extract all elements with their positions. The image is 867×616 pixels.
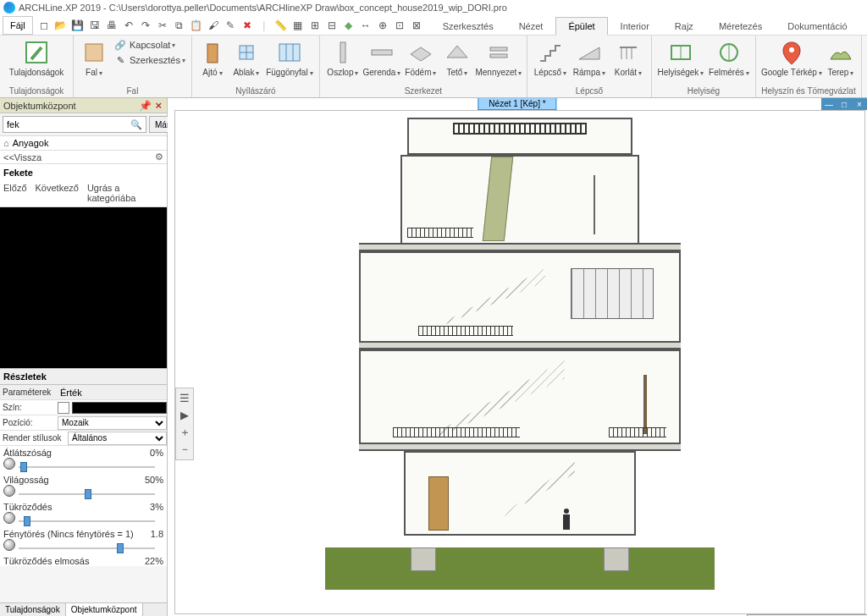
material-preview: [0, 207, 167, 368]
qa-tool3-icon[interactable]: ◆: [341, 18, 356, 33]
qa-open-icon[interactable]: 📂: [53, 18, 69, 33]
close-icon[interactable]: ×: [153, 99, 163, 112]
qa-redo-icon[interactable]: ↷: [138, 18, 153, 33]
ribbon-survey[interactable]: Felmérés: [706, 37, 752, 80]
breadcrumb[interactable]: ⌂ Anyagok: [0, 135, 167, 151]
canvas-max-icon[interactable]: □: [837, 98, 852, 110]
tab-szerkesztes[interactable]: Szerkesztés: [430, 17, 506, 36]
nav-next[interactable]: Következő: [36, 183, 79, 203]
tab-nezet[interactable]: Nézet: [506, 17, 556, 36]
svg-point-21: [789, 47, 794, 52]
ribbon-edit[interactable]: ✎Szerkesztés: [113, 52, 185, 68]
window-title: ARCHLine.XP 2019 - C:\Users\dorottya.pel…: [19, 3, 507, 13]
svg-rect-6: [279, 44, 300, 61]
ribbon-ceiling[interactable]: Mennyezet: [474, 37, 523, 80]
canvas-min-icon[interactable]: —: [821, 98, 837, 110]
vt-zoomout-icon[interactable]: －: [176, 441, 193, 458]
qa-print-icon[interactable]: 🖶: [104, 18, 119, 33]
ribbon-roof[interactable]: Tető: [440, 37, 474, 80]
ribbon-column[interactable]: Oszlop: [323, 37, 362, 80]
app-logo: [3, 2, 15, 14]
reflection-slider[interactable]: [3, 514, 163, 525]
ribbon-terrain[interactable]: Terep: [824, 37, 858, 80]
vt-list-icon[interactable]: ☰: [176, 390, 193, 407]
tab-epulet[interactable]: Épület: [555, 17, 607, 36]
qa-brush-icon[interactable]: 🖌: [206, 18, 221, 33]
qa-save2-icon[interactable]: 🖫: [87, 18, 102, 33]
refraction-slider[interactable]: [3, 541, 163, 553]
sphere-icon: [3, 458, 15, 470]
vt-zoomin-icon[interactable]: ＋: [176, 424, 193, 441]
qa-cut-icon[interactable]: ✂: [155, 18, 170, 33]
ribbon-slab[interactable]: Födém: [401, 37, 440, 80]
tab-dokumentacio[interactable]: Dokumentáció: [775, 17, 859, 36]
bottom-tab-props[interactable]: Tulajdonságok: [0, 603, 66, 616]
panel-title: Objektumközpont: [3, 101, 137, 111]
svg-rect-10: [372, 50, 392, 55]
qa-tool6-icon[interactable]: ⊡: [392, 18, 407, 33]
qa-pencil-icon[interactable]: ✎: [223, 18, 238, 33]
svg-rect-11: [490, 47, 507, 51]
nav-prev[interactable]: Előző: [3, 183, 27, 203]
ribbon-properties[interactable]: Tulajdonságok: [3, 37, 69, 79]
ribbon: Tulajdonságok Tulajdonságok Fal 🔗Kapcsol…: [0, 36, 867, 98]
tab-rajz[interactable]: Rajz: [662, 17, 706, 36]
ribbon-googlemap[interactable]: Google Térkép: [759, 37, 824, 80]
material-name: Fekete: [0, 164, 167, 181]
search-icon[interactable]: 🔍: [127, 119, 146, 130]
sphere-icon: [3, 512, 15, 524]
brightness-slider[interactable]: [3, 487, 163, 498]
file-menu[interactable]: Fájl: [3, 16, 33, 35]
transparency-slider[interactable]: [3, 459, 163, 471]
sphere-icon: [3, 485, 15, 497]
color-swatch[interactable]: [58, 402, 167, 414]
svg-rect-9: [340, 42, 345, 63]
nav-jump[interactable]: Ugrás a kategóriába: [87, 183, 163, 203]
qa-sep: |: [257, 18, 272, 33]
ribbon-stair[interactable]: Lépcső: [531, 37, 570, 80]
object-center-panel: Objektumközpont 📌 × 🔍 Márkák ⌂ Anyagok <…: [0, 98, 168, 616]
qa-tool4-icon[interactable]: ↔: [358, 18, 373, 33]
qa-delete-icon[interactable]: ✖: [240, 18, 255, 33]
qa-tool7-icon[interactable]: ⊠: [409, 18, 424, 33]
qa-tool2-icon[interactable]: ⊟: [324, 18, 340, 33]
tab-meretezes[interactable]: Méretezés: [706, 17, 775, 36]
home-icon[interactable]: ⌂: [3, 138, 9, 148]
qa-copy-icon[interactable]: ⧉: [172, 18, 187, 33]
qa-undo-icon[interactable]: ↶: [121, 18, 136, 33]
bottom-tab-objcenter[interactable]: Objektumközpont: [66, 603, 143, 616]
qa-measure-icon[interactable]: 📏: [273, 18, 289, 33]
back-link[interactable]: <<Vissza: [3, 152, 41, 162]
details-header: Részletek: [0, 368, 167, 385]
drawing-canvas[interactable]: ☰ ▶ ＋ －: [174, 110, 865, 614]
search-input[interactable]: [3, 119, 127, 129]
building-section: [359, 118, 681, 583]
view-toolbar: ☰ ▶ ＋ －: [175, 388, 194, 460]
qa-paste-icon[interactable]: 📋: [189, 18, 204, 33]
view-tab[interactable]: Nézet 1 [Kép] *: [478, 98, 556, 110]
ribbon-connection[interactable]: 🔗Kapcsolat: [113, 37, 185, 52]
ribbon-wall[interactable]: Fal: [77, 37, 111, 80]
ribbon-curtainwall[interactable]: Függönyfal: [263, 37, 316, 80]
ribbon-beam[interactable]: Gerenda: [362, 37, 401, 80]
qa-save-icon[interactable]: 💾: [70, 18, 86, 33]
svg-rect-2: [207, 44, 218, 63]
ribbon-window[interactable]: Ablak: [229, 37, 263, 80]
qa-grid-icon[interactable]: ▦: [290, 18, 306, 33]
tab-interior[interactable]: Interior: [608, 17, 662, 36]
canvas-close-icon[interactable]: ×: [852, 98, 867, 110]
position-select[interactable]: Mozaik: [58, 416, 167, 430]
gear-icon[interactable]: ⚙: [155, 151, 163, 162]
vt-play-icon[interactable]: ▶: [176, 407, 193, 424]
ribbon-door[interactable]: Ajtó: [196, 37, 229, 80]
ribbon-tabs: Szerkesztés Nézet Épület Interior Rajz M…: [430, 15, 860, 36]
pin-icon[interactable]: 📌: [137, 100, 153, 112]
ribbon-rooms[interactable]: Helyiségek: [655, 37, 706, 80]
render-select[interactable]: Általános: [68, 432, 167, 445]
ribbon-ramp[interactable]: Rámpa: [570, 37, 609, 80]
person-figure: [561, 509, 572, 534]
qa-new-icon[interactable]: ◻: [36, 18, 52, 33]
qa-tool5-icon[interactable]: ⊕: [375, 18, 390, 33]
qa-tool1-icon[interactable]: ⊞: [307, 18, 323, 33]
ribbon-railing[interactable]: Korlát: [609, 37, 648, 80]
